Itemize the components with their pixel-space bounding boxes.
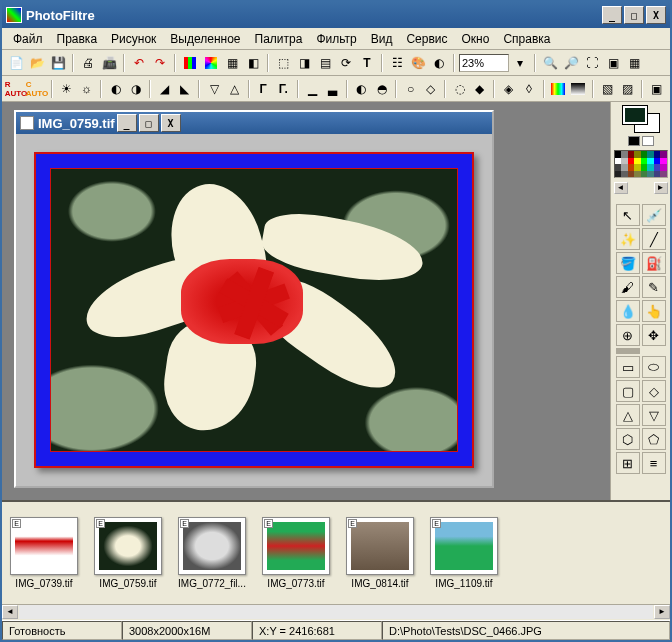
new-icon[interactable]: 📄 — [6, 53, 26, 73]
tool-b-icon[interactable]: ◨ — [294, 53, 314, 73]
auto-red-icon[interactable]: RAUTO — [6, 79, 26, 99]
open-icon[interactable]: 📂 — [27, 53, 47, 73]
preview-icon[interactable]: ◧ — [243, 53, 263, 73]
document-titlebar[interactable]: IMG_0759.tif _ □ X — [16, 112, 492, 134]
gradient-icon[interactable] — [549, 79, 568, 99]
scroll-track[interactable] — [19, 605, 653, 619]
gray-icon[interactable]: ◐ — [352, 79, 371, 99]
sat-down-icon[interactable]: ▽ — [204, 79, 223, 99]
swap-icon[interactable] — [201, 53, 221, 73]
sharpen-icon[interactable]: ◇ — [421, 79, 440, 99]
thumbs-icon[interactable]: ▦ — [624, 53, 644, 73]
swap-colors-icon[interactable] — [642, 136, 654, 146]
harden-icon[interactable]: ◆ — [470, 79, 489, 99]
layers-icon[interactable]: ☷ — [387, 53, 407, 73]
default-colors-icon[interactable] — [628, 136, 640, 146]
blur-icon[interactable]: ○ — [401, 79, 420, 99]
fill-tool-icon[interactable]: 🪣 — [616, 252, 640, 274]
variation2-icon[interactable]: ◊ — [519, 79, 538, 99]
color-swatch[interactable] — [623, 106, 659, 132]
menu-help[interactable]: Справка — [496, 30, 557, 48]
thumbnail[interactable]: EIMG_0773.tif — [262, 517, 330, 589]
undo-icon[interactable]: ↶ — [129, 53, 149, 73]
palette-next-icon[interactable]: ► — [654, 182, 668, 194]
fit-icon[interactable]: ⛶ — [582, 53, 602, 73]
eyedropper-tool-icon[interactable]: 💉 — [642, 204, 666, 226]
contrast-down-icon[interactable]: ◐ — [106, 79, 125, 99]
pointer-tool-icon[interactable]: ↖ — [616, 204, 640, 226]
zoom-input[interactable] — [459, 54, 509, 72]
gamma-icon[interactable]: Γ — [254, 79, 273, 99]
roundrect-icon[interactable]: ▢ — [616, 380, 640, 402]
clone-tool-icon[interactable]: ⊕ — [616, 324, 640, 346]
spray-tool-icon[interactable]: ⛽ — [642, 252, 666, 274]
thumbnail[interactable]: EIMG_0759.tif — [94, 517, 162, 589]
hist-down-icon[interactable]: ▁ — [303, 79, 322, 99]
doc-minimize-button[interactable]: _ — [117, 114, 137, 132]
options-tool-icon[interactable]: ≡ — [642, 452, 666, 474]
scroll-right-icon[interactable]: ► — [654, 605, 670, 619]
palette-color[interactable] — [660, 171, 667, 178]
gamma-up-icon[interactable]: ◣ — [175, 79, 194, 99]
wand-tool-icon[interactable]: ✨ — [616, 228, 640, 250]
effects-icon[interactable]: 🎨 — [408, 53, 428, 73]
brush-tool-icon[interactable]: 🖌 — [616, 276, 640, 298]
sat-up-icon[interactable]: △ — [225, 79, 244, 99]
sepia-icon[interactable]: ◓ — [372, 79, 391, 99]
print-icon[interactable]: 🖨 — [78, 53, 98, 73]
titlebar[interactable]: PhotoFiltre _ □ X — [2, 2, 670, 28]
menu-selection[interactable]: Выделенное — [163, 30, 247, 48]
document-canvas[interactable] — [16, 134, 492, 486]
contrast-up-icon[interactable]: ◑ — [126, 79, 145, 99]
ellipse-select-icon[interactable]: ⬭ — [642, 356, 666, 378]
menu-file[interactable]: Файл — [6, 30, 50, 48]
rect-select-icon[interactable]: ▭ — [616, 356, 640, 378]
text-icon[interactable]: T — [357, 53, 377, 73]
scroll-left-icon[interactable]: ◄ — [2, 605, 18, 619]
menu-tools[interactable]: Сервис — [399, 30, 454, 48]
grid-tool-icon[interactable]: ⊞ — [616, 452, 640, 474]
pencil-tool-icon[interactable]: ✎ — [642, 276, 666, 298]
thumbnail[interactable]: EIMG_0739.tif — [10, 517, 78, 589]
doc-maximize-button[interactable]: □ — [139, 114, 159, 132]
colorize-icon[interactable]: ◐ — [429, 53, 449, 73]
blur-tool-icon[interactable]: 💧 — [616, 300, 640, 322]
scan-icon[interactable]: 📠 — [99, 53, 119, 73]
maximize-button[interactable]: □ — [624, 6, 644, 24]
zoom-out-icon[interactable]: 🔎 — [561, 53, 581, 73]
menu-image[interactable]: Рисунок — [104, 30, 163, 48]
tool-a-icon[interactable]: ⬚ — [273, 53, 293, 73]
variation1-icon[interactable]: ◈ — [499, 79, 518, 99]
foreground-color[interactable] — [623, 106, 647, 124]
auto-orange-icon[interactable]: CAUTO — [27, 79, 47, 99]
diamond-icon[interactable]: ◇ — [642, 380, 666, 402]
thumbnail[interactable]: EIMG_1109.tif — [430, 517, 498, 589]
palette-prev-icon[interactable]: ◄ — [614, 182, 628, 194]
extra1-icon[interactable]: ▧ — [598, 79, 617, 99]
workspace[interactable]: IMG_0759.tif _ □ X — [2, 102, 610, 500]
document-window[interactable]: IMG_0759.tif _ □ X — [14, 110, 494, 488]
tool-c-icon[interactable]: ▤ — [315, 53, 335, 73]
soften-icon[interactable]: ◌ — [450, 79, 469, 99]
fullscreen-icon[interactable]: ▣ — [603, 53, 623, 73]
menu-palette[interactable]: Палитра — [248, 30, 310, 48]
doc-close-button[interactable]: X — [161, 114, 181, 132]
zoom-in-icon[interactable]: 🔍 — [540, 53, 560, 73]
redo-icon[interactable]: ↷ — [150, 53, 170, 73]
zoom-dropdown-icon[interactable]: ▾ — [510, 53, 530, 73]
menu-window[interactable]: Окно — [455, 30, 497, 48]
close-button[interactable]: X — [646, 6, 666, 24]
thumbnail-scrollbar[interactable]: ◄ ► — [2, 604, 670, 620]
triangle-up-icon[interactable]: △ — [616, 404, 640, 426]
triangle-down-icon[interactable]: ▽ — [642, 404, 666, 426]
hue-icon[interactable] — [569, 79, 588, 99]
gamma2-icon[interactable]: Γ. — [274, 79, 293, 99]
polygon-icon[interactable]: ⬠ — [642, 428, 666, 450]
color-palette[interactable] — [614, 150, 668, 178]
thumbnail[interactable]: EIMG_0814.tif — [346, 517, 414, 589]
minimize-button[interactable]: _ — [602, 6, 622, 24]
gamma-down-icon[interactable]: ◢ — [155, 79, 174, 99]
lasso-icon[interactable]: ⬡ — [616, 428, 640, 450]
rgb-icon[interactable] — [180, 53, 200, 73]
menu-filter[interactable]: Фильтр — [309, 30, 363, 48]
